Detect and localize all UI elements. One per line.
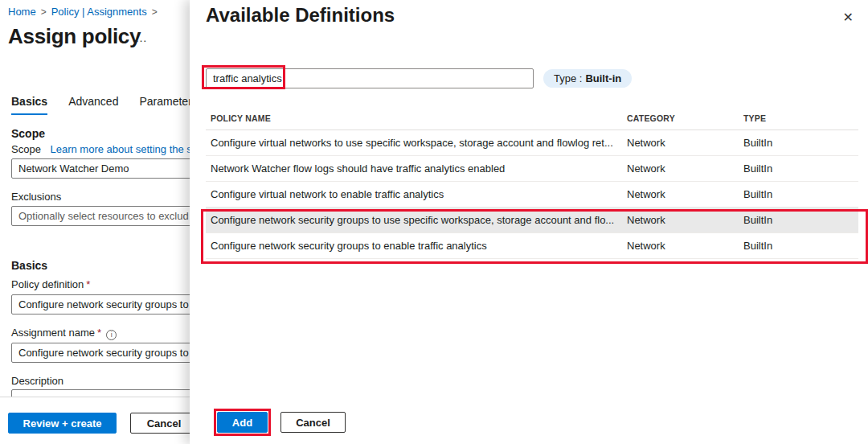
more-options-icon[interactable]: … xyxy=(135,31,149,44)
category-cell: Network xyxy=(627,188,743,200)
column-header-policy-name[interactable]: POLICY NAME xyxy=(206,113,627,123)
scope-learn-more-link[interactable]: Learn more about setting the s xyxy=(51,143,192,155)
table-row-selected[interactable]: Configure network security groups to use… xyxy=(206,208,858,233)
exclusions-label: Exclusions xyxy=(11,191,61,203)
breadcrumb-separator: > xyxy=(152,6,158,18)
search-input[interactable] xyxy=(206,68,534,88)
add-button[interactable]: Add xyxy=(217,412,268,433)
assignment-name-label: Assignment name*i xyxy=(11,327,117,340)
tab-advanced[interactable]: Advanced xyxy=(68,95,118,115)
policy-definition-label: Policy definition* xyxy=(11,278,90,290)
table-row[interactable]: Configure virtual network to enable traf… xyxy=(206,182,858,208)
policy-name-cell: Configure network security groups to use… xyxy=(206,214,627,226)
table-header-row: POLICY NAME CATEGORY TYPE xyxy=(206,106,858,130)
panel-title: Available Definitions xyxy=(206,4,395,27)
policy-name-cell: Configure network security groups to ena… xyxy=(206,240,627,252)
breadcrumb: Home>Policy | Assignments> xyxy=(8,6,162,18)
breadcrumb-policy-assignments[interactable]: Policy | Assignments xyxy=(51,6,147,18)
panel-cancel-button[interactable]: Cancel xyxy=(280,412,346,433)
tab-basics[interactable]: Basics xyxy=(11,95,47,115)
review-create-button[interactable]: Review + create xyxy=(8,413,117,434)
description-label: Description xyxy=(11,375,63,387)
scope-section-heading: Scope xyxy=(11,127,45,140)
close-icon[interactable]: ✕ xyxy=(840,6,857,28)
type-cell: BuiltIn xyxy=(743,137,858,149)
pill-prefix: Type : xyxy=(554,72,582,84)
category-cell: Network xyxy=(627,162,743,175)
cancel-button[interactable]: Cancel xyxy=(130,413,198,434)
breadcrumb-home[interactable]: Home xyxy=(8,6,36,18)
column-header-type[interactable]: TYPE xyxy=(743,113,858,123)
required-asterisk: * xyxy=(97,327,101,339)
info-icon[interactable]: i xyxy=(106,330,117,340)
scope-label-text: Scope xyxy=(11,143,41,155)
assignment-name-label-text: Assignment name xyxy=(11,327,95,339)
category-cell: Network xyxy=(627,137,743,149)
definitions-table: POLICY NAME CATEGORY TYPE Configure virt… xyxy=(206,106,858,259)
table-row[interactable]: Configure virtual networks to use specif… xyxy=(206,130,858,156)
type-cell: BuiltIn xyxy=(743,188,858,200)
category-cell: Network xyxy=(627,214,743,226)
available-definitions-panel: Available Definitions ✕ Type : Built-in … xyxy=(190,0,868,444)
policy-definition-label-text: Policy definition xyxy=(11,278,84,290)
policy-name-cell: Configure virtual network to enable traf… xyxy=(206,188,627,200)
type-cell: BuiltIn xyxy=(743,214,858,226)
table-row[interactable]: Network Watcher flow logs should have tr… xyxy=(206,156,858,182)
table-row[interactable]: Configure network security groups to ena… xyxy=(206,233,858,259)
basics-section-heading: Basics xyxy=(11,259,47,272)
type-filter-pill[interactable]: Type : Built-in xyxy=(543,69,632,88)
type-cell: BuiltIn xyxy=(743,162,858,175)
scope-label: Scope Learn more about setting the s xyxy=(11,143,192,155)
tab-parameters[interactable]: Parameters xyxy=(139,95,197,115)
breadcrumb-separator: > xyxy=(41,6,47,18)
policy-name-cell: Network Watcher flow logs should have tr… xyxy=(206,162,627,175)
tab-bar: Basics Advanced Parameters xyxy=(11,95,198,115)
category-cell: Network xyxy=(627,240,743,252)
required-asterisk: * xyxy=(86,278,90,290)
policy-name-cell: Configure virtual networks to use specif… xyxy=(206,137,627,149)
column-header-category[interactable]: CATEGORY xyxy=(627,113,743,123)
pill-value: Built-in xyxy=(585,72,621,84)
type-cell: BuiltIn xyxy=(743,240,858,252)
page-title: Assign policy xyxy=(8,24,141,49)
